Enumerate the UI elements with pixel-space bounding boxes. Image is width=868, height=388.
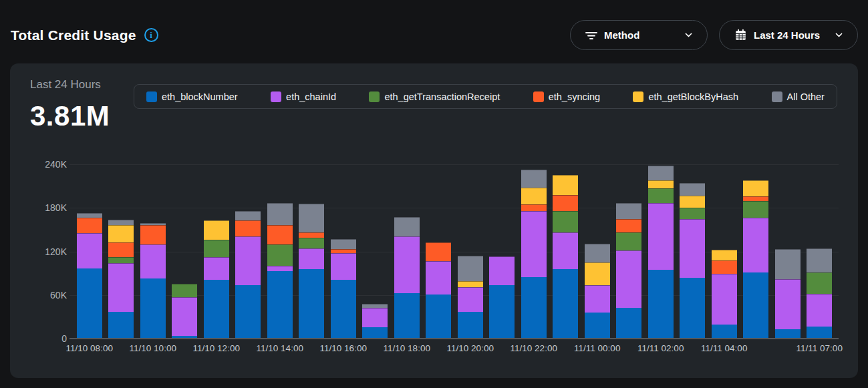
bar-segment-all other[interactable] bbox=[458, 256, 483, 281]
bar-segment-eth-chainid[interactable] bbox=[108, 263, 134, 312]
bar-segment-eth-blocknumber[interactable] bbox=[235, 285, 261, 339]
bar-segment-eth-getblockbyhash[interactable] bbox=[585, 262, 610, 285]
bar-segment-eth-syncing[interactable] bbox=[299, 232, 324, 238]
legend-item-eth-syncing[interactable]: eth_syncing bbox=[533, 91, 600, 102]
bar-group[interactable] bbox=[299, 204, 324, 339]
bar-segment-eth-syncing[interactable] bbox=[140, 225, 166, 244]
legend-item-all other[interactable]: All Other bbox=[772, 91, 825, 102]
bar-segment-eth-blocknumber[interactable] bbox=[108, 312, 134, 339]
bar-segment-eth-chainid[interactable] bbox=[140, 244, 166, 278]
bar-segment-eth-chainid[interactable] bbox=[458, 287, 483, 312]
bar-segment-eth-blocknumber[interactable] bbox=[489, 285, 515, 339]
bar-segment-eth-syncing[interactable] bbox=[267, 225, 293, 244]
bar-segment-eth-chainid[interactable] bbox=[299, 248, 324, 268]
bar-segment-eth-chainid[interactable] bbox=[807, 294, 832, 327]
bar-segment-eth-chainid[interactable] bbox=[331, 253, 356, 280]
bar-segment-all other[interactable] bbox=[140, 223, 166, 225]
bar-group[interactable] bbox=[458, 256, 483, 339]
bar-group[interactable] bbox=[807, 248, 832, 339]
bar-segment-eth-blocknumber[interactable] bbox=[140, 278, 166, 339]
bar-segment-eth-chainid[interactable] bbox=[616, 250, 641, 308]
bar-segment-eth-chainid[interactable] bbox=[553, 232, 578, 268]
bar-segment-eth-gettransactionreceipt[interactable] bbox=[108, 257, 134, 263]
bar-group[interactable] bbox=[521, 170, 547, 339]
time-range-dropdown[interactable]: Last 24 Hours bbox=[719, 20, 858, 50]
bar-segment-eth-chainid[interactable] bbox=[585, 285, 610, 313]
bar-group[interactable] bbox=[616, 203, 641, 339]
bar-segment-all other[interactable] bbox=[267, 203, 293, 226]
bar-segment-all other[interactable] bbox=[235, 211, 261, 220]
bar-segment-eth-blocknumber[interactable] bbox=[807, 327, 832, 339]
bar-group[interactable] bbox=[172, 284, 197, 339]
legend-item-eth-gettransactionreceipt[interactable]: eth_getTransactionReceipt bbox=[369, 91, 500, 102]
bar-segment-eth-blocknumber[interactable] bbox=[553, 269, 578, 339]
bar-segment-eth-chainid[interactable] bbox=[521, 211, 547, 277]
bar-segment-eth-gettransactionreceipt[interactable] bbox=[267, 244, 293, 266]
bar-segment-eth-getblockbyhash[interactable] bbox=[648, 180, 674, 188]
bar-segment-eth-getblockbyhash[interactable] bbox=[204, 220, 229, 240]
bar-group[interactable] bbox=[204, 220, 229, 339]
bar-segment-eth-blocknumber[interactable] bbox=[585, 313, 610, 339]
bar-segment-eth-gettransactionreceipt[interactable] bbox=[204, 240, 229, 257]
bar-segment-eth-blocknumber[interactable] bbox=[521, 277, 547, 339]
bar-group[interactable] bbox=[394, 217, 420, 339]
bar-group[interactable] bbox=[553, 175, 578, 339]
bar-group[interactable] bbox=[140, 223, 166, 339]
bar-segment-eth-syncing[interactable] bbox=[331, 249, 356, 252]
bar-segment-all other[interactable] bbox=[362, 304, 388, 309]
bar-segment-eth-gettransactionreceipt[interactable] bbox=[616, 232, 641, 250]
bar-segment-all other[interactable] bbox=[394, 217, 420, 236]
bar-segment-all other[interactable] bbox=[648, 166, 674, 180]
bar-group[interactable] bbox=[648, 166, 674, 339]
bar-segment-all other[interactable] bbox=[108, 220, 134, 226]
bar-segment-eth-getblockbyhash[interactable] bbox=[521, 188, 547, 204]
bar-segment-eth-chainid[interactable] bbox=[77, 233, 102, 268]
bar-segment-eth-gettransactionreceipt[interactable] bbox=[172, 284, 197, 297]
bar-group[interactable] bbox=[267, 203, 293, 339]
bar-segment-eth-gettransactionreceipt[interactable] bbox=[807, 272, 832, 294]
bar-segment-all other[interactable] bbox=[331, 239, 356, 249]
bar-segment-all other[interactable] bbox=[77, 213, 102, 218]
bar-segment-eth-syncing[interactable] bbox=[108, 242, 134, 257]
bar-group[interactable] bbox=[680, 183, 705, 339]
bar-group[interactable] bbox=[743, 180, 768, 339]
bar-group[interactable] bbox=[489, 256, 515, 339]
bar-group[interactable] bbox=[712, 250, 737, 339]
bar-segment-eth-gettransactionreceipt[interactable] bbox=[553, 211, 578, 233]
bar-segment-eth-chainid[interactable] bbox=[648, 203, 674, 270]
bar-group[interactable] bbox=[426, 242, 451, 339]
bar-segment-eth-syncing[interactable] bbox=[712, 260, 737, 274]
bar-segment-all other[interactable] bbox=[775, 249, 801, 279]
bar-segment-eth-chainid[interactable] bbox=[426, 261, 451, 295]
bar-segment-eth-chainid[interactable] bbox=[172, 297, 197, 336]
bar-segment-eth-getblockbyhash[interactable] bbox=[680, 196, 705, 208]
bar-segment-eth-gettransactionreceipt[interactable] bbox=[299, 238, 324, 248]
bar-segment-eth-chainid[interactable] bbox=[362, 308, 388, 327]
bar-segment-eth-blocknumber[interactable] bbox=[299, 269, 324, 339]
bar-segment-eth-getblockbyhash[interactable] bbox=[108, 225, 134, 242]
bar-segment-eth-blocknumber[interactable] bbox=[743, 272, 768, 339]
bar-segment-eth-chainid[interactable] bbox=[743, 218, 768, 272]
bar-segment-eth-blocknumber[interactable] bbox=[648, 270, 674, 339]
bar-segment-eth-chainid[interactable] bbox=[204, 257, 229, 280]
bar-segment-eth-blocknumber[interactable] bbox=[616, 308, 641, 339]
bar-segment-eth-getblockbyhash[interactable] bbox=[743, 180, 768, 196]
bar-segment-eth-chainid[interactable] bbox=[235, 236, 261, 285]
bar-segment-all other[interactable] bbox=[807, 248, 832, 272]
bar-segment-eth-chainid[interactable] bbox=[680, 219, 705, 278]
bar-group[interactable] bbox=[235, 211, 261, 339]
bar-segment-all other[interactable] bbox=[616, 203, 641, 219]
bar-segment-eth-blocknumber[interactable] bbox=[267, 271, 293, 339]
bar-segment-eth-syncing[interactable] bbox=[77, 218, 102, 233]
bar-segment-eth-gettransactionreceipt[interactable] bbox=[680, 208, 705, 218]
bar-segment-eth-syncing[interactable] bbox=[235, 220, 261, 236]
bar-segment-all other[interactable] bbox=[299, 204, 324, 233]
bar-group[interactable] bbox=[108, 220, 134, 339]
info-icon[interactable]: i bbox=[144, 28, 158, 42]
bar-segment-eth-blocknumber[interactable] bbox=[204, 280, 229, 339]
bar-group[interactable] bbox=[362, 304, 388, 339]
bar-segment-eth-gettransactionreceipt[interactable] bbox=[648, 188, 674, 203]
bar-segment-eth-blocknumber[interactable] bbox=[426, 295, 451, 339]
bar-segment-eth-blocknumber[interactable] bbox=[712, 325, 737, 339]
bar-segment-eth-syncing[interactable] bbox=[616, 219, 641, 233]
